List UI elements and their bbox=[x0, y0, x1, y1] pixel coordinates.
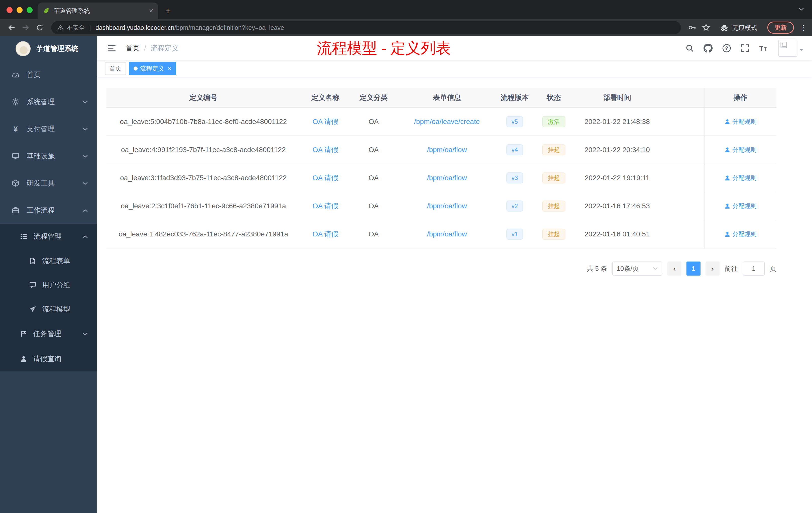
assign-rule-link[interactable]: 分配规则 bbox=[724, 174, 756, 182]
tag-process-definition[interactable]: 流程定义 × bbox=[129, 62, 176, 75]
search-icon[interactable] bbox=[685, 43, 695, 54]
sidebar-item-leave-query[interactable]: 请假查询 bbox=[0, 346, 97, 371]
form-link[interactable]: /bpm/oa/leave/create bbox=[414, 118, 480, 126]
gear-icon bbox=[11, 98, 20, 105]
svg-text:?: ? bbox=[725, 46, 728, 51]
next-page-button[interactable]: › bbox=[705, 262, 720, 276]
chevron-down-icon bbox=[82, 182, 88, 185]
window-zoom-button[interactable] bbox=[27, 7, 33, 13]
assign-rule-link[interactable]: 分配规则 bbox=[724, 118, 756, 126]
form-link[interactable]: /bpm/oa/flow bbox=[427, 230, 467, 238]
sidebar-item-infrastructure[interactable]: 基础设施 bbox=[0, 143, 97, 170]
chevron-down-icon bbox=[82, 155, 88, 158]
monitor-icon bbox=[11, 152, 20, 160]
forward-icon[interactable] bbox=[19, 21, 32, 34]
column-header: 状态 bbox=[532, 88, 576, 108]
sidebar-item-label: 流程模型 bbox=[42, 304, 70, 314]
tag-close-icon[interactable]: × bbox=[168, 65, 172, 72]
table-header: 定义编号 定义名称 定义分类 表单信息 流程版本 状态 部署时间 操作 bbox=[107, 88, 776, 108]
column-header: 定义编号 bbox=[107, 88, 300, 108]
deploy-time: 2022-01-16 01:40:51 bbox=[576, 220, 659, 248]
browser-toolbar: 不安全 | dashboard.yudao.iocoder.cn/bpm/man… bbox=[0, 19, 812, 36]
sidebar-item-label: 任务管理 bbox=[33, 329, 61, 338]
chevron-up-icon bbox=[82, 235, 88, 238]
sidebar-item-system[interactable]: 系统管理 bbox=[0, 88, 97, 116]
assign-rule-link[interactable]: 分配规则 bbox=[724, 146, 756, 154]
sidebar-item-dev-tools[interactable]: 研发工具 bbox=[0, 170, 97, 197]
bookmark-star-icon[interactable] bbox=[702, 24, 710, 32]
definition-category: OA bbox=[350, 136, 397, 163]
deploy-time: 2022-01-22 21:48:38 bbox=[576, 108, 659, 135]
tab-search-chevron-icon[interactable] bbox=[799, 7, 804, 11]
breadcrumb: 首页 / 流程定义 bbox=[125, 43, 179, 53]
sidebar-item-user-group[interactable]: 用户分组 bbox=[0, 273, 97, 297]
definition-name-link[interactable]: OA 请假 bbox=[313, 117, 339, 126]
sidebar-item-payment[interactable]: ¥ 支付管理 bbox=[0, 116, 97, 143]
definition-id: oa_leave:1:482ec033-762a-11ec-8477-a2380… bbox=[107, 220, 300, 248]
font-size-icon[interactable]: TT bbox=[758, 43, 769, 53]
assign-rule-link[interactable]: 分配规则 bbox=[724, 230, 756, 238]
tag-home[interactable]: 首页 bbox=[105, 62, 126, 75]
sidebar-item-process-model[interactable]: 流程模型 bbox=[0, 297, 97, 321]
chrome-update-button[interactable]: 更新 bbox=[767, 22, 794, 34]
chevron-down-icon bbox=[82, 100, 88, 104]
form-link[interactable]: /bpm/oa/flow bbox=[427, 146, 467, 154]
sidebar-item-process-mgmt[interactable]: 流程管理 bbox=[0, 224, 97, 249]
hamburger-icon[interactable] bbox=[106, 42, 118, 54]
status-badge: 挂起 bbox=[542, 201, 566, 211]
form-link[interactable]: /bpm/oa/flow bbox=[427, 202, 467, 210]
security-label[interactable]: 不安全 bbox=[67, 24, 85, 32]
toolbar-right: 无痕模式 更新 ⋮ bbox=[688, 22, 807, 34]
sidebar-logo[interactable]: 芋道管理系统 bbox=[0, 36, 97, 61]
user-menu[interactable] bbox=[778, 40, 804, 57]
new-tab-button[interactable]: + bbox=[165, 6, 171, 16]
total-count: 共 5 条 bbox=[587, 264, 607, 273]
page-size-select[interactable]: 10条/页 bbox=[612, 262, 662, 276]
definition-name-link[interactable]: OA 请假 bbox=[313, 173, 339, 183]
dashboard-icon bbox=[11, 71, 20, 79]
version-badge: v5 bbox=[506, 116, 523, 127]
chevron-down-icon bbox=[82, 127, 88, 131]
svg-text:T: T bbox=[764, 47, 767, 52]
tag-label: 流程定义 bbox=[140, 64, 164, 72]
address-bar[interactable]: 不安全 | dashboard.yudao.iocoder.cn/bpm/man… bbox=[51, 21, 681, 34]
fullscreen-icon[interactable] bbox=[740, 43, 750, 54]
window-minimize-button[interactable] bbox=[17, 7, 23, 13]
sidebar-item-workflow[interactable]: 工作流程 bbox=[0, 197, 97, 224]
sidebar-item-label: 首页 bbox=[27, 70, 41, 80]
browser-menu-icon[interactable]: ⋮ bbox=[800, 24, 807, 32]
prev-page-button[interactable]: ‹ bbox=[667, 262, 682, 276]
breadcrumb-home[interactable]: 首页 bbox=[125, 43, 140, 53]
definition-id: oa_leave:2:3c1f0ef1-76b1-11ec-9c66-a2380… bbox=[107, 192, 300, 220]
definition-name-link[interactable]: OA 请假 bbox=[313, 201, 339, 211]
table-row: oa_leave:2:3c1f0ef1-76b1-11ec-9c66-a2380… bbox=[107, 192, 776, 220]
yen-icon: ¥ bbox=[11, 125, 20, 133]
sidebar-item-task-mgmt[interactable]: 任务管理 bbox=[0, 321, 97, 346]
sidebar-item-home[interactable]: 首页 bbox=[0, 61, 97, 88]
tab-close-icon[interactable]: × bbox=[149, 7, 153, 14]
reload-icon[interactable] bbox=[33, 21, 46, 34]
definition-table: 定义编号 定义名称 定义分类 表单信息 流程版本 状态 部署时间 操作 oa_ bbox=[107, 88, 776, 248]
form-link[interactable]: /bpm/oa/flow bbox=[427, 174, 467, 182]
assign-rule-link[interactable]: 分配规则 bbox=[724, 202, 756, 210]
tab-title: 芋道管理系统 bbox=[54, 7, 145, 15]
github-icon[interactable] bbox=[702, 43, 714, 54]
definition-category: OA bbox=[350, 220, 397, 248]
sidebar-item-label: 用户分组 bbox=[42, 280, 70, 290]
definition-name-link[interactable]: OA 请假 bbox=[313, 230, 339, 239]
active-dot bbox=[134, 66, 138, 70]
password-key-icon[interactable] bbox=[688, 24, 696, 32]
goto-page-input[interactable] bbox=[743, 262, 765, 276]
sidebar-item-process-form[interactable]: 流程表单 bbox=[0, 249, 97, 273]
browser-tab[interactable]: 芋道管理系统 × bbox=[38, 2, 158, 19]
person-icon bbox=[724, 119, 730, 125]
back-icon[interactable] bbox=[5, 21, 18, 34]
page-number-button[interactable]: 1 bbox=[687, 262, 700, 276]
person-icon bbox=[724, 203, 730, 209]
help-icon[interactable]: ? bbox=[721, 43, 732, 54]
column-header: 部署时间 bbox=[576, 88, 659, 108]
definition-id: oa_leave:3:1fad3d93-7b75-11ec-a3c8-acde4… bbox=[107, 164, 300, 192]
avatar bbox=[778, 40, 798, 57]
window-close-button[interactable] bbox=[6, 7, 12, 13]
definition-name-link[interactable]: OA 请假 bbox=[313, 145, 339, 155]
